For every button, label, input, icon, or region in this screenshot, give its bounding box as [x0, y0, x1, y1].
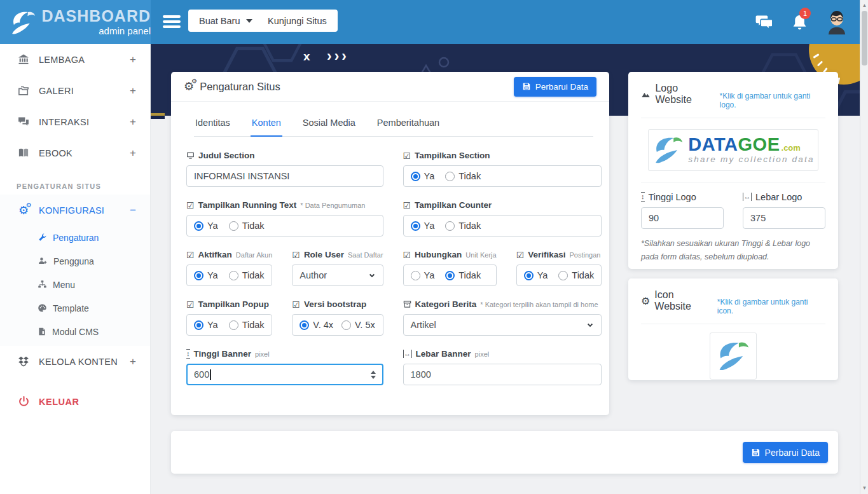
radio-on-icon[interactable]	[194, 221, 203, 231]
save-icon	[751, 448, 761, 457]
sidebar-item-interaksi[interactable]: INTERAKSI +	[0, 106, 150, 137]
sidebar-subitem-pengaturan[interactable]: Pengaturan	[0, 226, 150, 249]
sidebar-item-galeri[interactable]: GALERI +	[0, 75, 150, 106]
hexagon-decoration	[263, 44, 302, 63]
user-avatar[interactable]	[823, 8, 850, 35]
radio-tidak[interactable]: Tidak	[445, 171, 481, 181]
judul-section-input[interactable]	[186, 165, 383, 187]
radio-tidak[interactable]: Tidak	[229, 270, 265, 280]
collapse-minus-icon[interactable]: −	[130, 204, 136, 217]
site-logo-image[interactable]: DATAGOE.com share my collection data	[648, 129, 818, 171]
tab-pemberitahuan[interactable]: Pemberitahuan	[376, 111, 441, 136]
width-icon: ↔	[403, 350, 412, 357]
scrollbar-thumb[interactable]	[862, 11, 867, 65]
radio-ya[interactable]: Ya	[524, 270, 548, 280]
radio-ya[interactable]: Ya	[194, 270, 218, 280]
sidebar-subitem-pengguna[interactable]: Pengguna	[0, 249, 150, 273]
top-navbar: DASHBOARD admin panel Buat Baru Kunjungi…	[0, 0, 860, 44]
sidebar-section-label: PENGATURAN SITUS	[0, 168, 150, 195]
radio-on-icon[interactable]	[524, 271, 534, 280]
brand-logo[interactable]: DASHBOARD admin panel	[0, 0, 151, 44]
expand-plus-icon[interactable]: +	[130, 116, 136, 128]
site-favicon-image[interactable]	[710, 333, 757, 380]
icon-website-card: ⚙ Icon Website *Klik di gambar untuk gan…	[628, 278, 838, 380]
radio-on-icon[interactable]	[445, 271, 455, 280]
radio-tidak[interactable]: Tidak	[558, 270, 594, 280]
sidebar-item-lembaga[interactable]: LEMBAGA +	[0, 44, 150, 75]
radio-ya[interactable]: Ya	[194, 221, 218, 231]
update-data-button[interactable]: Perbarui Data	[743, 442, 828, 463]
field-kategori-berita: Kategori Berita * Kategori terpilih akan…	[403, 299, 602, 336]
footer-action-bar: Perbarui Data	[171, 431, 838, 474]
field-versi-bootstrap: ☑ Versi bootstrap V. 4x V. 5x	[292, 299, 383, 336]
divider	[641, 118, 825, 118]
checkbox-icon: ☑	[403, 151, 411, 160]
create-new-button[interactable]: Buat Baru	[188, 10, 263, 32]
checkbox-icon: ☑	[292, 250, 300, 259]
sidebar-item-konfigurasi[interactable]: ⚙ KONFIGURASI −	[0, 195, 150, 226]
tinggi-logo-input[interactable]	[641, 207, 724, 229]
change-icon-hint[interactable]: *Klik di gambar untuk ganti icon.	[717, 298, 825, 315]
settings-tabs: Identitas Konten Sosial Media Pemberitah…	[194, 111, 593, 137]
radio-off-icon[interactable]	[229, 320, 238, 330]
expand-plus-icon[interactable]: +	[130, 85, 136, 97]
radio-tidak[interactable]: Tidak	[229, 221, 265, 231]
radio-tidak[interactable]: Tidak	[445, 270, 481, 280]
tab-sosial-media[interactable]: Sosial Media	[301, 111, 357, 136]
x-decoration: x	[303, 50, 310, 64]
radio-on-icon[interactable]	[411, 221, 420, 231]
radio-on-icon[interactable]	[411, 172, 420, 181]
radio-ya[interactable]: Ya	[411, 221, 435, 231]
radio-off-icon[interactable]	[341, 320, 351, 330]
radio-on-icon[interactable]	[194, 271, 203, 280]
field-hubungkan: ☑ Hubungkan Unit Kerja Ya Tidak	[403, 250, 497, 286]
banner-tail-decoration	[151, 113, 165, 119]
wrench-icon	[38, 233, 47, 242]
expand-plus-icon[interactable]: +	[130, 147, 136, 160]
text-caret	[210, 369, 211, 380]
scroll-up-icon[interactable]: ▲	[860, 3, 868, 8]
sidebar-item-kelola-konten[interactable]: KELOLA KONTEN +	[0, 346, 150, 377]
sidebar-subitem-template[interactable]: Template	[0, 296, 150, 320]
checkbox-icon: ☑	[186, 250, 195, 259]
radio-on-icon[interactable]	[300, 320, 309, 330]
sidebar-subitem-menu[interactable]: Menu	[0, 273, 150, 296]
kategori-berita-select[interactable]: Artikel	[403, 314, 602, 336]
scroll-down-icon[interactable]: ▼	[860, 485, 868, 491]
radio-off-icon[interactable]	[229, 221, 238, 231]
tab-identitas[interactable]: Identitas	[194, 111, 231, 136]
sidebar-item-keluar[interactable]: KELUAR	[0, 386, 150, 417]
radio-ya[interactable]: Ya	[411, 270, 435, 280]
expand-plus-icon[interactable]: +	[130, 53, 136, 66]
lebar-logo-input[interactable]	[743, 207, 825, 229]
radio-off-icon[interactable]	[445, 221, 455, 231]
field-lebar-logo: ↔ Lebar Logo	[743, 192, 825, 229]
radio-ya[interactable]: Ya	[194, 320, 218, 330]
radio-v4x[interactable]: V. 4x	[300, 320, 333, 330]
change-logo-hint[interactable]: *Klik di gambar untuk ganti logo.	[720, 92, 825, 109]
update-data-button[interactable]: Perbarui Data	[514, 77, 596, 97]
vertical-scrollbar[interactable]: ▲ ▼	[860, 0, 868, 494]
sidebar-item-ebook[interactable]: EBOOK +	[0, 137, 150, 168]
expand-plus-icon[interactable]: +	[130, 355, 136, 368]
tinggi-banner-input[interactable]: 600	[186, 364, 383, 385]
radio-off-icon[interactable]	[445, 172, 455, 181]
field-aktifkan: ☑ Aktifkan Daftar Akun Ya Tidak	[186, 250, 272, 286]
radio-off-icon[interactable]	[411, 271, 420, 280]
radio-ya[interactable]: Ya	[411, 171, 435, 181]
number-spinner[interactable]	[371, 371, 376, 379]
lebar-banner-input[interactable]	[403, 364, 602, 385]
radio-on-icon[interactable]	[194, 320, 203, 330]
radio-tidak[interactable]: Tidak	[445, 221, 481, 231]
radio-off-icon[interactable]	[229, 271, 238, 280]
radio-off-icon[interactable]	[558, 271, 568, 280]
menu-toggle-icon[interactable]	[163, 15, 181, 31]
radio-tidak[interactable]: Tidak	[229, 320, 265, 330]
sidebar-subitem-modul-cms[interactable]: Modul CMS	[0, 320, 150, 343]
messages-icon[interactable]	[755, 14, 773, 31]
role-user-select[interactable]: Author	[292, 264, 383, 286]
field-tampilkan-section: ☑ Tampilkan Section Ya Tidak	[403, 151, 602, 187]
tab-konten[interactable]: Konten	[251, 111, 282, 137]
visit-site-button[interactable]: Kunjungi Situs	[257, 10, 338, 32]
radio-v5x[interactable]: V. 5x	[341, 320, 375, 330]
